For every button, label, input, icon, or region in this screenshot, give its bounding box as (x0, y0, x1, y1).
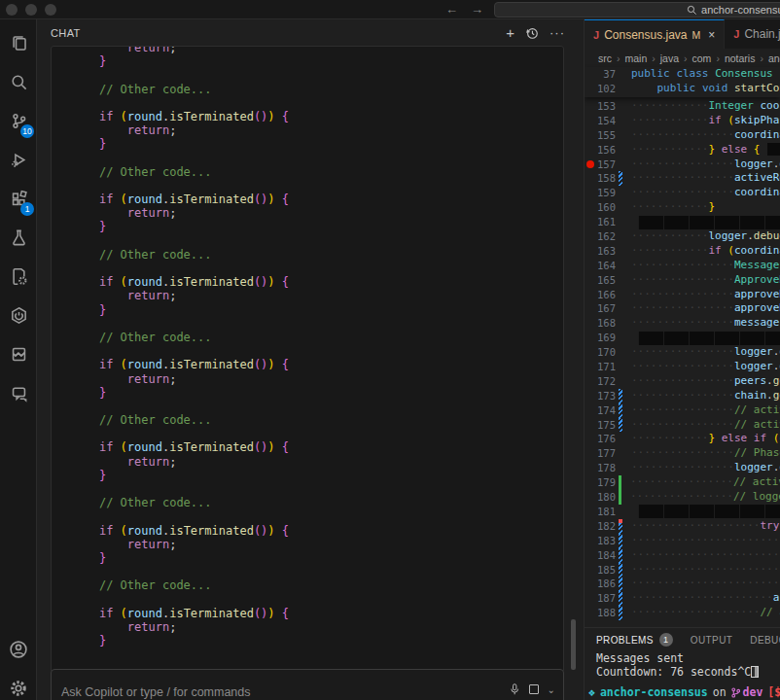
account-icon[interactable] (0, 630, 37, 669)
editor-code-line[interactable]: 161 (585, 215, 780, 229)
editor-code-line[interactable]: 182····················try { (585, 519, 780, 534)
modified-indicator: M (692, 29, 701, 41)
editor-code-line[interactable]: 172················peers.get (585, 374, 780, 389)
editor-code-line[interactable]: 170················logger.de (585, 345, 780, 360)
editor-code-line[interactable]: 184······························l (585, 548, 780, 563)
editor-code-line[interactable]: 154············if (skipPhase (585, 114, 780, 128)
chat-input[interactable]: Ask Copilot or type / for commands ⌄ (51, 669, 564, 700)
command-center-search[interactable]: anchor-consensus (494, 2, 780, 18)
settings-gear-icon[interactable] (0, 669, 37, 700)
breadcrumb[interactable]: src›main›java›com›notaris›anchor (585, 49, 780, 67)
tab-problems[interactable]: PROBLEMS 1 (596, 633, 673, 647)
breakpoint-icon[interactable] (586, 160, 594, 168)
tab-consensus-java[interactable]: J Consensus.java M × (585, 19, 725, 49)
explorer-icon[interactable] (0, 23, 37, 62)
line-number: 162 (585, 229, 616, 244)
sticky-scroll: 37public class Consensus {102 public voi… (585, 67, 780, 97)
editor-code-line[interactable]: 169 (585, 331, 780, 345)
send-options-chevron-icon[interactable]: ⌄ (548, 684, 555, 695)
source-control-icon[interactable]: 10 (0, 101, 37, 140)
editor-code-line[interactable]: 178················logger.de (585, 461, 780, 475)
editor-code-line[interactable]: 188····················// active (585, 606, 780, 620)
traffic-light-minimize-button[interactable] (25, 4, 37, 16)
editor-code-line[interactable]: 157················logger.de (585, 158, 780, 172)
line-number: 163 (585, 244, 616, 259)
editor-code-line[interactable]: 181 (585, 505, 780, 519)
editor-code-line[interactable]: 159················coordinato (585, 186, 780, 200)
editor-code-line[interactable]: 156············} else { (585, 143, 780, 158)
chat-code-block[interactable]: return; } // Other code... if (round.isT… (51, 46, 564, 673)
editor-code-line[interactable]: 155················coordinato (585, 128, 780, 143)
editor-code-line[interactable]: 175················// active (585, 418, 780, 433)
java-file-icon: J (593, 29, 599, 41)
editor-code-line[interactable]: 168················message.s (585, 316, 780, 331)
chat-history-icon[interactable] (525, 26, 539, 40)
send-button[interactable] (529, 684, 539, 694)
new-chat-button[interactable]: + (506, 24, 514, 41)
editor-code-line[interactable]: 179················// active (585, 475, 780, 490)
line-number: 168 (585, 316, 616, 331)
power-hexagon-icon[interactable] (0, 296, 37, 334)
chat-scrollbar-thumb[interactable] (571, 619, 576, 670)
breadcrumb-item[interactable]: src (598, 52, 612, 64)
chat-code-line (71, 593, 563, 607)
tab-chain-java[interactable]: J Chain.java (725, 19, 780, 49)
editor-code-line[interactable]: 153············Integer coordin (585, 99, 780, 114)
traffic-light-zoom-button[interactable] (45, 4, 56, 16)
editor-code-line[interactable]: 176············} else if (co (585, 432, 780, 446)
chat-input-placeholder: Ask Copilot or type / for commands (61, 685, 251, 699)
editor-code-line[interactable]: 183··························if (a (585, 534, 780, 548)
chat-more-actions-button[interactable]: ··· (550, 25, 565, 40)
editor-code-line[interactable]: 162············logger.debug( (585, 229, 780, 244)
extensions-icon[interactable]: 1 (0, 179, 37, 218)
line-number: 187 (585, 591, 616, 606)
traffic-light-close-button[interactable] (6, 4, 18, 16)
tab-debug-console[interactable]: DEBUG CONSOLE (750, 635, 780, 646)
file-settings-icon[interactable] (0, 257, 37, 296)
chat-view-icon[interactable] (0, 373, 37, 412)
chat-code-line: return; (71, 46, 563, 54)
editor-code-line[interactable]: 186··························} (585, 577, 780, 591)
breadcrumb-item[interactable]: java (660, 52, 679, 64)
breadcrumb-item[interactable]: notaris (725, 52, 756, 64)
breadcrumb-item[interactable]: main (625, 52, 648, 64)
editor-code-line[interactable]: 187······················activ (585, 591, 780, 606)
editor-code-line[interactable]: 173················chain.get (585, 389, 780, 403)
editor-code-line[interactable]: 174················// active (585, 403, 780, 418)
breadcrumb-item[interactable]: anchor (768, 52, 780, 64)
gutter-added-icon (619, 475, 621, 490)
title-bar: ← → anchor-consensus (0, 0, 780, 19)
testing-icon[interactable] (0, 218, 37, 257)
editor-code-line[interactable]: 165················ApproveRe (585, 273, 780, 288)
microphone-icon[interactable] (509, 682, 520, 696)
run-debug-icon[interactable] (0, 140, 37, 179)
line-number: 161 (585, 215, 616, 229)
line-number: 154 (585, 114, 616, 128)
editor-code-line[interactable]: 171················logger.de (585, 360, 780, 374)
gutter-modified-icon (619, 171, 622, 186)
nav-forward-button[interactable]: → (471, 0, 483, 19)
breadcrumb-item[interactable]: com (692, 52, 712, 64)
editor-code-line[interactable]: 166················approveRe (585, 288, 780, 302)
editor-code-line[interactable]: 164················Message m (585, 259, 780, 273)
editor-code-line[interactable]: 185······························b (585, 563, 780, 578)
close-tab-icon[interactable]: × (708, 28, 715, 42)
sticky-code-line[interactable]: 37public class Consensus { (585, 67, 780, 82)
editor-code-line[interactable]: 180················// logger (585, 490, 780, 505)
editor-code-line[interactable]: 160············} (585, 200, 780, 215)
chat-code-line: } (71, 54, 563, 68)
editor-code-line[interactable]: 167················approveRe (585, 301, 780, 316)
search-view-icon[interactable] (0, 62, 37, 101)
editor-code-line[interactable]: 163············if (coordinat (585, 244, 780, 259)
chat-header: CHAT + ··· (37, 19, 583, 46)
package-icon[interactable] (0, 334, 37, 373)
chat-code-line: // Other code... (71, 413, 563, 427)
editor-code-area[interactable]: 153············Integer coordin154·······… (585, 99, 780, 627)
nav-back-button[interactable]: ← (445, 0, 458, 19)
tab-output[interactable]: OUTPUT (691, 635, 733, 646)
line-number: 177 (585, 446, 616, 461)
sticky-code-line[interactable]: 102 public void startConse (585, 82, 780, 96)
search-label: anchor-consensus (701, 4, 780, 16)
editor-code-line[interactable]: 177················// Phase (585, 446, 780, 461)
editor-code-line[interactable]: 158················activeRou (585, 171, 780, 186)
